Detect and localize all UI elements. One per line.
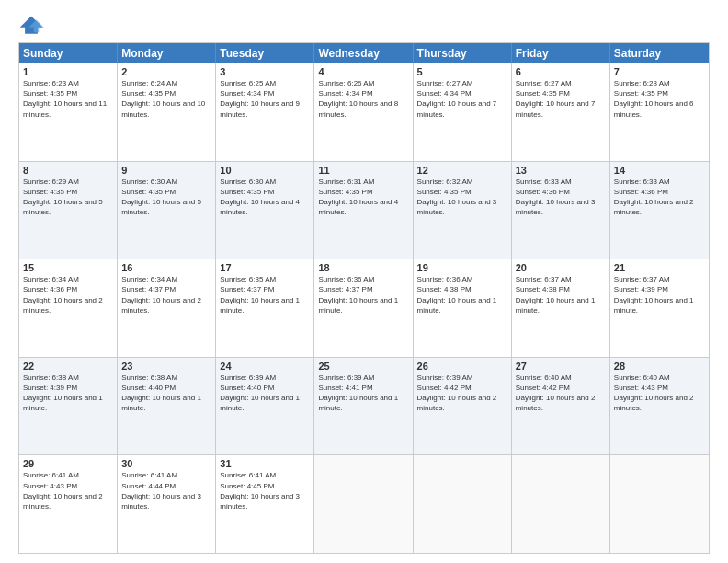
day-number: 27 bbox=[516, 361, 606, 372]
day-detail: Sunrise: 6:39 AMSunset: 4:40 PMDaylight:… bbox=[220, 373, 310, 414]
calendar-cell: 7Sunrise: 6:28 AMSunset: 4:35 PMDaylight… bbox=[610, 63, 709, 161]
calendar-cell: 2Sunrise: 6:24 AMSunset: 4:35 PMDaylight… bbox=[118, 63, 216, 161]
day-detail: Sunrise: 6:41 AMSunset: 4:45 PMDaylight:… bbox=[220, 470, 310, 511]
calendar-cell: 31Sunrise: 6:41 AMSunset: 4:45 PMDayligh… bbox=[216, 455, 314, 553]
header-day: Friday bbox=[512, 43, 610, 63]
day-number: 11 bbox=[318, 165, 408, 176]
day-detail: Sunrise: 6:38 AMSunset: 4:40 PMDaylight:… bbox=[121, 373, 211, 414]
calendar-cell: 19Sunrise: 6:36 AMSunset: 4:38 PMDayligh… bbox=[414, 259, 512, 357]
calendar-cell: 9Sunrise: 6:30 AMSunset: 4:35 PMDaylight… bbox=[118, 162, 216, 259]
header-day: Thursday bbox=[414, 43, 512, 63]
day-detail: Sunrise: 6:27 AMSunset: 4:34 PMDaylight:… bbox=[417, 78, 507, 120]
day-detail: Sunrise: 6:37 AMSunset: 4:39 PMDaylight:… bbox=[614, 274, 705, 316]
day-number: 16 bbox=[121, 262, 211, 273]
day-detail: Sunrise: 6:40 AMSunset: 4:43 PMDaylight:… bbox=[614, 373, 705, 414]
calendar-cell: 11Sunrise: 6:31 AMSunset: 4:35 PMDayligh… bbox=[314, 162, 413, 259]
day-detail: Sunrise: 6:28 AMSunset: 4:35 PMDaylight:… bbox=[614, 78, 705, 120]
calendar-cell: 12Sunrise: 6:32 AMSunset: 4:35 PMDayligh… bbox=[414, 162, 512, 259]
calendar-cell: 26Sunrise: 6:39 AMSunset: 4:42 PMDayligh… bbox=[414, 358, 512, 455]
calendar-week-row: 22Sunrise: 6:38 AMSunset: 4:39 PMDayligh… bbox=[19, 357, 709, 455]
day-detail: Sunrise: 6:36 AMSunset: 4:38 PMDaylight:… bbox=[417, 274, 507, 316]
calendar-cell: 29Sunrise: 6:41 AMSunset: 4:43 PMDayligh… bbox=[19, 455, 118, 553]
calendar-cell: 21Sunrise: 6:37 AMSunset: 4:39 PMDayligh… bbox=[610, 259, 709, 357]
calendar-cell-empty bbox=[414, 455, 512, 553]
day-detail: Sunrise: 6:37 AMSunset: 4:38 PMDaylight:… bbox=[516, 274, 606, 316]
calendar-cell: 4Sunrise: 6:26 AMSunset: 4:34 PMDaylight… bbox=[314, 63, 413, 161]
header-day: Tuesday bbox=[216, 43, 314, 63]
calendar-cell-empty bbox=[314, 455, 413, 553]
day-detail: Sunrise: 6:31 AMSunset: 4:35 PMDaylight:… bbox=[318, 177, 408, 218]
day-number: 29 bbox=[23, 458, 113, 469]
calendar-cell: 6Sunrise: 6:27 AMSunset: 4:35 PMDaylight… bbox=[512, 63, 610, 161]
day-detail: Sunrise: 6:33 AMSunset: 4:36 PMDaylight:… bbox=[516, 177, 606, 218]
calendar-cell: 27Sunrise: 6:40 AMSunset: 4:42 PMDayligh… bbox=[512, 358, 610, 455]
day-number: 21 bbox=[614, 262, 705, 273]
day-detail: Sunrise: 6:23 AMSunset: 4:35 PMDaylight:… bbox=[23, 78, 113, 120]
day-number: 1 bbox=[23, 66, 113, 77]
day-number: 3 bbox=[220, 66, 310, 77]
calendar-week-row: 15Sunrise: 6:34 AMSunset: 4:36 PMDayligh… bbox=[19, 259, 709, 357]
calendar-cell: 18Sunrise: 6:36 AMSunset: 4:37 PMDayligh… bbox=[314, 259, 413, 357]
day-number: 28 bbox=[614, 361, 705, 372]
calendar-cell: 13Sunrise: 6:33 AMSunset: 4:36 PMDayligh… bbox=[512, 162, 610, 259]
day-number: 7 bbox=[614, 66, 705, 77]
day-number: 17 bbox=[220, 262, 310, 273]
day-number: 26 bbox=[417, 361, 507, 372]
day-detail: Sunrise: 6:26 AMSunset: 4:34 PMDaylight:… bbox=[318, 78, 408, 120]
day-number: 8 bbox=[23, 165, 113, 176]
calendar-header: SundayMondayTuesdayWednesdayThursdayFrid… bbox=[19, 43, 709, 63]
calendar-body: 1Sunrise: 6:23 AMSunset: 4:35 PMDaylight… bbox=[19, 63, 709, 553]
header-day: Monday bbox=[118, 43, 216, 63]
calendar-week-row: 1Sunrise: 6:23 AMSunset: 4:35 PMDaylight… bbox=[19, 63, 709, 161]
calendar-cell: 28Sunrise: 6:40 AMSunset: 4:43 PMDayligh… bbox=[610, 358, 709, 455]
calendar-cell: 23Sunrise: 6:38 AMSunset: 4:40 PMDayligh… bbox=[118, 358, 216, 455]
day-number: 25 bbox=[318, 361, 408, 372]
day-number: 14 bbox=[614, 165, 705, 176]
day-number: 19 bbox=[417, 262, 507, 273]
header-day: Wednesday bbox=[314, 43, 413, 63]
calendar-cell-empty bbox=[512, 455, 610, 553]
day-number: 13 bbox=[516, 165, 606, 176]
page: SundayMondayTuesdayWednesdayThursdayFrid… bbox=[0, 0, 728, 563]
calendar-cell-empty bbox=[610, 455, 709, 553]
calendar-cell: 14Sunrise: 6:33 AMSunset: 4:36 PMDayligh… bbox=[610, 162, 709, 259]
header-day: Saturday bbox=[610, 43, 709, 63]
day-detail: Sunrise: 6:33 AMSunset: 4:36 PMDaylight:… bbox=[614, 177, 705, 218]
calendar-week-row: 8Sunrise: 6:29 AMSunset: 4:35 PMDaylight… bbox=[19, 161, 709, 259]
calendar: SundayMondayTuesdayWednesdayThursdayFrid… bbox=[18, 42, 710, 554]
day-number: 12 bbox=[417, 165, 507, 176]
day-detail: Sunrise: 6:30 AMSunset: 4:35 PMDaylight:… bbox=[220, 177, 310, 218]
calendar-cell: 8Sunrise: 6:29 AMSunset: 4:35 PMDaylight… bbox=[19, 162, 118, 259]
header bbox=[18, 15, 710, 35]
day-detail: Sunrise: 6:25 AMSunset: 4:34 PMDaylight:… bbox=[220, 78, 310, 120]
logo bbox=[18, 15, 48, 35]
calendar-cell: 24Sunrise: 6:39 AMSunset: 4:40 PMDayligh… bbox=[216, 358, 314, 455]
calendar-cell: 20Sunrise: 6:37 AMSunset: 4:38 PMDayligh… bbox=[512, 259, 610, 357]
logo-icon bbox=[18, 15, 44, 35]
day-number: 23 bbox=[121, 361, 211, 372]
day-detail: Sunrise: 6:34 AMSunset: 4:36 PMDaylight:… bbox=[23, 274, 113, 316]
day-detail: Sunrise: 6:27 AMSunset: 4:35 PMDaylight:… bbox=[516, 78, 606, 120]
day-number: 2 bbox=[121, 66, 211, 77]
calendar-cell: 16Sunrise: 6:34 AMSunset: 4:37 PMDayligh… bbox=[118, 259, 216, 357]
day-number: 15 bbox=[23, 262, 113, 273]
calendar-cell: 15Sunrise: 6:34 AMSunset: 4:36 PMDayligh… bbox=[19, 259, 118, 357]
calendar-cell: 10Sunrise: 6:30 AMSunset: 4:35 PMDayligh… bbox=[216, 162, 314, 259]
day-number: 22 bbox=[23, 361, 113, 372]
day-detail: Sunrise: 6:29 AMSunset: 4:35 PMDaylight:… bbox=[23, 177, 113, 218]
header-day: Sunday bbox=[19, 43, 118, 63]
day-detail: Sunrise: 6:39 AMSunset: 4:42 PMDaylight:… bbox=[417, 373, 507, 414]
day-detail: Sunrise: 6:34 AMSunset: 4:37 PMDaylight:… bbox=[121, 274, 211, 316]
day-number: 9 bbox=[121, 165, 211, 176]
day-detail: Sunrise: 6:35 AMSunset: 4:37 PMDaylight:… bbox=[220, 274, 310, 316]
day-number: 30 bbox=[121, 458, 211, 469]
day-detail: Sunrise: 6:41 AMSunset: 4:43 PMDaylight:… bbox=[23, 470, 113, 511]
day-number: 18 bbox=[318, 262, 408, 273]
calendar-cell: 17Sunrise: 6:35 AMSunset: 4:37 PMDayligh… bbox=[216, 259, 314, 357]
calendar-cell: 30Sunrise: 6:41 AMSunset: 4:44 PMDayligh… bbox=[118, 455, 216, 553]
calendar-cell: 25Sunrise: 6:39 AMSunset: 4:41 PMDayligh… bbox=[314, 358, 413, 455]
calendar-cell: 5Sunrise: 6:27 AMSunset: 4:34 PMDaylight… bbox=[414, 63, 512, 161]
day-number: 31 bbox=[220, 458, 310, 469]
day-detail: Sunrise: 6:40 AMSunset: 4:42 PMDaylight:… bbox=[516, 373, 606, 414]
day-detail: Sunrise: 6:41 AMSunset: 4:44 PMDaylight:… bbox=[121, 470, 211, 511]
